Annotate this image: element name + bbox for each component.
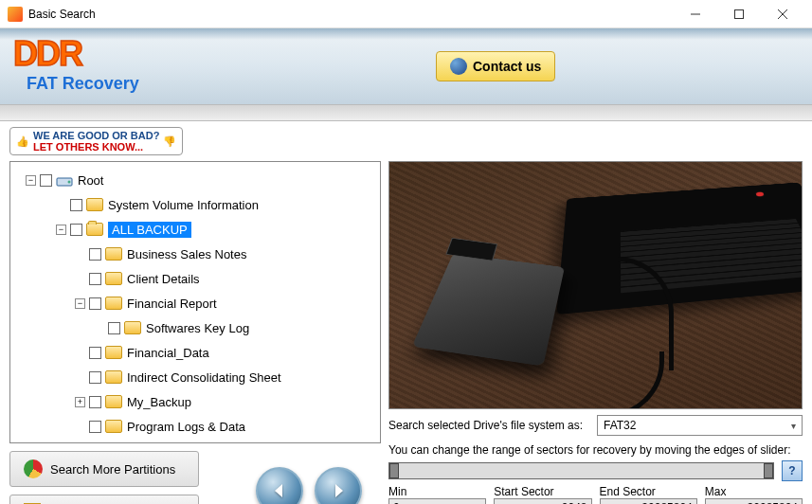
logo-subtitle: FAT Recovery <box>27 74 139 94</box>
start-sector-label: Start Sector <box>494 485 591 498</box>
expander-icon[interactable]: − <box>56 225 66 235</box>
thumb-up-icon: 👍 <box>16 135 29 148</box>
checkbox[interactable] <box>89 297 101 310</box>
maximize-button[interactable] <box>717 0 761 28</box>
checkbox[interactable] <box>108 322 120 334</box>
tree-node[interactable]: − Financial Report <box>18 291 380 315</box>
tree-node[interactable]: Indirect Consolidating Sheet <box>18 365 380 389</box>
slider-handle-left[interactable] <box>389 463 399 478</box>
node-label: My_Backup <box>127 395 191 409</box>
arrow-right-icon <box>329 481 348 500</box>
node-label: Root <box>78 173 103 188</box>
tree-node[interactable]: Business Sales Notes <box>18 242 380 266</box>
thumb-down-icon: 👎 <box>163 135 176 148</box>
min-value: 0 <box>388 498 486 504</box>
node-label: Client Details <box>127 272 200 286</box>
sector-range-slider[interactable] <box>388 462 774 479</box>
help-button[interactable]: ? <box>782 460 803 481</box>
checkbox[interactable] <box>89 396 101 408</box>
checkbox[interactable] <box>70 224 82 236</box>
feedback-button[interactable]: 👍 WE ARE GOOD OR BAD? LET OTHERS KNOW...… <box>9 127 183 155</box>
expander-icon[interactable]: − <box>75 298 85 309</box>
tree-node[interactable]: Financial_Data <box>18 340 380 365</box>
folder-icon <box>105 370 122 384</box>
node-label: Indirect Consolidating Sheet <box>127 370 281 385</box>
node-label: ALL BACKUP <box>108 222 191 238</box>
tree-node-selected[interactable]: − ALL BACKUP <box>18 217 380 242</box>
checkbox[interactable] <box>89 421 101 433</box>
feedback-bar: 👍 WE ARE GOOD OR BAD? LET OTHERS KNOW...… <box>0 121 812 161</box>
arrow-left-icon <box>270 481 289 500</box>
tree-node[interactable]: Client Details <box>18 266 380 291</box>
folder-icon <box>105 272 122 285</box>
checkbox[interactable] <box>89 248 101 261</box>
drive-icon <box>56 172 73 188</box>
preview-image <box>388 161 803 409</box>
close-button[interactable] <box>761 0 804 28</box>
contact-label: Contact us <box>473 59 541 74</box>
tree-node[interactable]: System Volume Information <box>18 192 380 217</box>
dropdown-value: FAT32 <box>604 419 636 432</box>
feedback-line1: WE ARE GOOD OR BAD? <box>33 130 159 141</box>
person-icon <box>450 58 467 75</box>
filesystem-label: Search selected Drive's file system as: <box>388 419 597 432</box>
title-bar: Basic Search <box>0 0 812 28</box>
folder-icon <box>105 395 122 408</box>
button-label: Search More Partitions <box>50 462 175 477</box>
folder-icon <box>105 420 122 433</box>
folder-icon <box>105 297 122 310</box>
expander-icon[interactable]: − <box>26 175 36 186</box>
svg-rect-1 <box>735 9 744 18</box>
expander-icon[interactable]: + <box>75 397 85 407</box>
window-title: Basic Search <box>28 8 674 21</box>
slider-instruction: You can change the range of sectors for … <box>388 443 803 457</box>
feedback-line2: LET OTHERS KNOW... <box>33 141 143 153</box>
node-label: Softwares Key Log <box>146 321 249 335</box>
folder-open-icon <box>86 223 103 236</box>
banner-divider <box>0 104 812 121</box>
tree-node-root[interactable]: − Root <box>18 168 380 192</box>
contact-us-button[interactable]: Contact us <box>436 51 555 81</box>
logo-text: DDR <box>13 34 81 74</box>
chevron-down-icon: ▾ <box>791 421 796 431</box>
folder-icon <box>86 198 103 211</box>
pie-chart-icon <box>24 459 43 478</box>
folder-icon <box>124 321 141 334</box>
max-value: 30285824 <box>705 498 803 504</box>
filesystem-dropdown[interactable]: FAT32 ▾ <box>597 415 803 436</box>
end-sector-value: 30285824 <box>600 498 697 504</box>
load-log-button[interactable]: Load Log <box>9 495 199 504</box>
checkbox[interactable] <box>40 174 52 187</box>
folder-icon <box>105 247 122 261</box>
node-label: Financial_Data <box>127 346 209 360</box>
minimize-button[interactable] <box>674 0 717 28</box>
checkbox[interactable] <box>89 371 101 384</box>
back-button[interactable] <box>256 467 303 504</box>
search-more-partitions-button[interactable]: Search More Partitions <box>9 451 199 487</box>
node-label: Program Logs & Data <box>127 420 245 434</box>
header-banner: DDR FAT Recovery Contact us <box>0 28 812 104</box>
tree-node[interactable]: Program Logs & Data <box>18 414 380 439</box>
tree-node[interactable]: + My_Backup <box>18 389 380 414</box>
app-icon <box>8 7 23 22</box>
node-label: System Volume Information <box>108 198 259 212</box>
max-label: Max <box>705 485 803 498</box>
min-label: Min <box>388 485 486 498</box>
folder-icon <box>105 346 122 359</box>
folder-tree[interactable]: − Root System Volume Information − A <box>9 161 381 443</box>
node-label: Business Sales Notes <box>127 247 246 261</box>
slider-handle-right[interactable] <box>764 463 773 478</box>
forward-button[interactable] <box>315 467 362 504</box>
end-sector-label: End Sector <box>600 485 697 498</box>
checkbox[interactable] <box>70 199 82 211</box>
node-label: Financial Report <box>127 297 217 311</box>
tree-node[interactable]: Softwares Key Log <box>18 315 380 340</box>
start-sector-value: 2048 <box>494 498 591 504</box>
svg-point-5 <box>68 181 71 184</box>
checkbox[interactable] <box>89 273 101 285</box>
checkbox[interactable] <box>89 347 101 359</box>
